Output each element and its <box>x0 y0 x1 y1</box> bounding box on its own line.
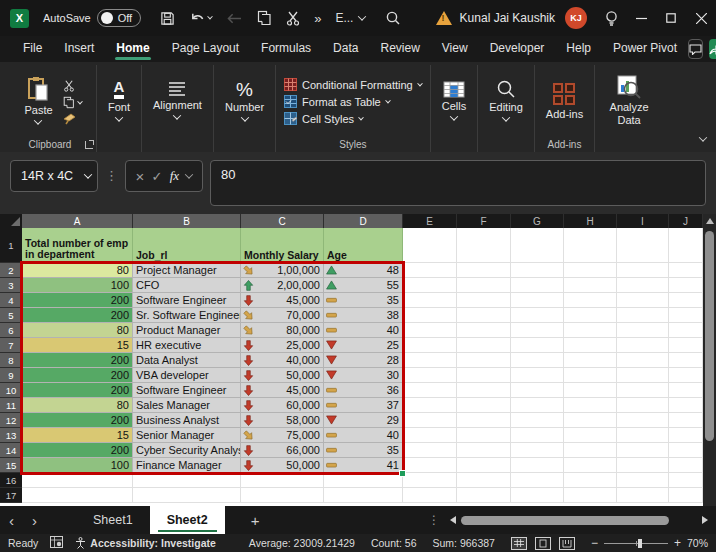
cell-J7[interactable] <box>669 338 703 353</box>
cell-I16[interactable] <box>617 473 669 488</box>
cut-button[interactable] <box>63 80 75 92</box>
paste-button[interactable]: Paste <box>18 74 58 127</box>
cell-B16[interactable] <box>133 473 241 488</box>
cell-D9[interactable]: 30 <box>324 368 403 383</box>
cell-H2[interactable] <box>564 263 617 278</box>
cell-E16[interactable] <box>403 473 457 488</box>
cell-E10[interactable] <box>403 383 457 398</box>
cell-C8[interactable]: 40,000 <box>241 353 324 368</box>
menu-tab-help[interactable]: Help <box>555 37 602 61</box>
zoom-slider[interactable] <box>604 543 668 544</box>
menu-tab-view[interactable]: View <box>431 37 479 61</box>
lightbulb-icon[interactable] <box>597 4 626 32</box>
cell-I5[interactable] <box>617 308 669 323</box>
cell-F13[interactable] <box>457 428 511 443</box>
undo-button[interactable] <box>182 4 219 32</box>
cell-E2[interactable] <box>403 263 457 278</box>
close-button[interactable] <box>686 0 716 36</box>
fx-chevron-icon[interactable] <box>185 170 193 178</box>
row-header-14[interactable]: 14 <box>0 443 22 458</box>
cell-C13[interactable]: 75,000 <box>241 428 324 443</box>
cell-H9[interactable] <box>564 368 617 383</box>
cell-I17[interactable] <box>617 488 669 503</box>
cell-G12[interactable] <box>511 413 564 428</box>
cell-J4[interactable] <box>669 293 703 308</box>
horizontal-scroll-thumb[interactable] <box>461 516 669 525</box>
cell-A12[interactable]: 200 <box>22 413 133 428</box>
cell-F8[interactable] <box>457 353 511 368</box>
cell-F14[interactable] <box>457 443 511 458</box>
cell-B8[interactable]: Data Analyst <box>133 353 241 368</box>
avatar[interactable]: KJ <box>565 7 587 29</box>
cell-I11[interactable] <box>617 398 669 413</box>
cell-G4[interactable] <box>511 293 564 308</box>
cell-E8[interactable] <box>403 353 457 368</box>
cell-B14[interactable]: Cyber Security Analyst <box>133 443 241 458</box>
cell-E12[interactable] <box>403 413 457 428</box>
cell-A17[interactable] <box>22 488 133 503</box>
page-break-view-button[interactable] <box>559 537 575 550</box>
tab-scroll-splitter[interactable]: ⋮ <box>428 513 440 527</box>
cell-C2[interactable]: 1,00,000 <box>241 263 324 278</box>
page-layout-view-button[interactable] <box>535 537 551 550</box>
select-all-corner[interactable] <box>0 214 22 228</box>
cell-H16[interactable] <box>564 473 617 488</box>
cell-B4[interactable]: Software Engineer <box>133 293 241 308</box>
row-header-10[interactable]: 10 <box>0 383 22 398</box>
vertical-scroll-thumb[interactable] <box>705 231 714 441</box>
cell-F15[interactable] <box>457 458 511 473</box>
cell-H1[interactable] <box>564 228 617 263</box>
cell-C3[interactable]: 2,00,000 <box>241 278 324 293</box>
cell-B3[interactable]: CFO <box>133 278 241 293</box>
cell-G7[interactable] <box>511 338 564 353</box>
menu-tab-insert[interactable]: Insert <box>53 37 105 61</box>
cell-H12[interactable] <box>564 413 617 428</box>
cell-I13[interactable] <box>617 428 669 443</box>
cell-B10[interactable]: Software Engineer <box>133 383 241 398</box>
cell-J12[interactable] <box>669 413 703 428</box>
cell-A6[interactable]: 80 <box>22 323 133 338</box>
row-header-12[interactable]: 12 <box>0 413 22 428</box>
column-header-E[interactable]: E <box>403 214 457 228</box>
cell-A7[interactable]: 15 <box>22 338 133 353</box>
cell-C14[interactable]: 66,000 <box>241 443 324 458</box>
column-header-H[interactable]: H <box>564 214 617 228</box>
cell-H5[interactable] <box>564 308 617 323</box>
status-average[interactable]: Average: 23009.21429 <box>249 537 355 549</box>
cell-H6[interactable] <box>564 323 617 338</box>
cell-G11[interactable] <box>511 398 564 413</box>
cell-B6[interactable]: Product Manager <box>133 323 241 338</box>
cell-A4[interactable]: 200 <box>22 293 133 308</box>
cell-F2[interactable] <box>457 263 511 278</box>
cell-C10[interactable]: 45,000 <box>241 383 324 398</box>
cell-I14[interactable] <box>617 443 669 458</box>
cell-A14[interactable]: 200 <box>22 443 133 458</box>
cell-F3[interactable] <box>457 278 511 293</box>
cell-H8[interactable] <box>564 353 617 368</box>
menu-tab-formulas[interactable]: Formulas <box>250 37 322 61</box>
cell-A16[interactable] <box>22 473 133 488</box>
menu-tab-data[interactable]: Data <box>322 37 369 61</box>
cell-A9[interactable]: 200 <box>22 368 133 383</box>
cell-E9[interactable] <box>403 368 457 383</box>
cell-B15[interactable]: Finance Manager <box>133 458 241 473</box>
minimize-button[interactable] <box>626 0 656 36</box>
cell-E11[interactable] <box>403 398 457 413</box>
zoom-out-button[interactable]: − <box>591 536 598 550</box>
font-menu-button[interactable]: A Font <box>102 77 136 124</box>
cell-C4[interactable]: 45,000 <box>241 293 324 308</box>
cell-A8[interactable]: 200 <box>22 353 133 368</box>
name-box[interactable]: 14R x 4C <box>10 160 98 192</box>
cell-F7[interactable] <box>457 338 511 353</box>
cell-G5[interactable] <box>511 308 564 323</box>
cell-J5[interactable] <box>669 308 703 323</box>
row-header-9[interactable]: 9 <box>0 368 22 383</box>
cell-D7[interactable]: 25 <box>324 338 403 353</box>
cell-B9[interactable]: VBA developer <box>133 368 241 383</box>
row-header-8[interactable]: 8 <box>0 353 22 368</box>
cell-C1[interactable]: Monthly Salary <box>241 228 324 263</box>
cell-I7[interactable] <box>617 338 669 353</box>
number-menu-button[interactable]: % Number <box>219 78 270 124</box>
autosave-toggle[interactable]: AutoSave Off <box>43 9 141 27</box>
column-header-J[interactable]: J <box>669 214 703 228</box>
